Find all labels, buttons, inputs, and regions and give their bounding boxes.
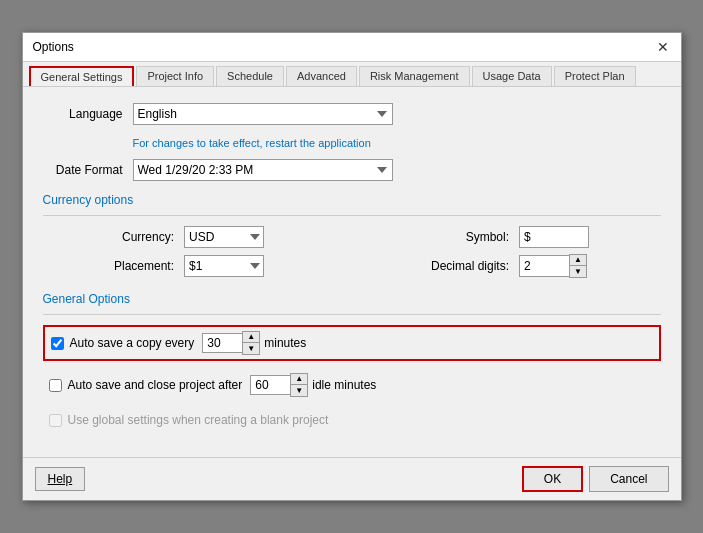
date-format-select[interactable]: Wed 1/29/20 2:33 PM bbox=[133, 159, 393, 181]
auto-save-spinner-buttons: ▲ ▼ bbox=[242, 331, 260, 355]
tab-protect-plan[interactable]: Protect Plan bbox=[554, 66, 636, 86]
auto-close-up-btn[interactable]: ▲ bbox=[291, 374, 307, 385]
general-options-title: General Options bbox=[43, 292, 661, 306]
auto-save-spinner: ▲ ▼ bbox=[194, 331, 260, 355]
placement-select[interactable]: $1 bbox=[184, 255, 264, 277]
language-label: Language bbox=[43, 107, 133, 121]
general-options-section: General Options Auto save a copy every ▲… bbox=[43, 292, 661, 431]
auto-close-label: Auto save and close project after bbox=[68, 378, 243, 392]
dialog-title: Options bbox=[33, 40, 74, 54]
auto-save-row: Auto save a copy every ▲ ▼ minutes bbox=[43, 325, 661, 361]
auto-save-down-btn[interactable]: ▼ bbox=[243, 343, 259, 354]
currency-label: Currency: bbox=[43, 230, 181, 244]
tab-advanced[interactable]: Advanced bbox=[286, 66, 357, 86]
auto-save-up-btn[interactable]: ▲ bbox=[243, 332, 259, 343]
language-control: English bbox=[133, 103, 661, 125]
auto-save-input[interactable] bbox=[202, 333, 242, 353]
symbol-label: Symbol: bbox=[340, 230, 516, 244]
tab-project-info[interactable]: Project Info bbox=[136, 66, 214, 86]
auto-close-input[interactable] bbox=[250, 375, 290, 395]
decimal-spinner: ▲ ▼ bbox=[519, 254, 660, 278]
language-select[interactable]: English bbox=[133, 103, 393, 125]
date-format-row: Date Format Wed 1/29/20 2:33 PM bbox=[43, 159, 661, 181]
currency-grid: Currency: USD Symbol: Placement: $1 Deci… bbox=[43, 226, 661, 278]
decimal-up-btn[interactable]: ▲ bbox=[570, 255, 586, 266]
auto-save-label: Auto save a copy every bbox=[70, 336, 195, 350]
cancel-button[interactable]: Cancel bbox=[589, 466, 668, 492]
decimal-input[interactable] bbox=[519, 255, 569, 277]
date-format-label: Date Format bbox=[43, 163, 133, 177]
decimal-spinner-buttons: ▲ ▼ bbox=[569, 254, 587, 278]
close-button[interactable]: ✕ bbox=[655, 39, 671, 55]
ok-button[interactable]: OK bbox=[522, 466, 583, 492]
language-row: Language English bbox=[43, 103, 661, 125]
auto-close-row: Auto save and close project after ▲ ▼ id… bbox=[43, 369, 661, 401]
footer-actions: OK Cancel bbox=[522, 466, 669, 492]
auto-close-spinner: ▲ ▼ bbox=[242, 373, 308, 397]
auto-save-unit: minutes bbox=[264, 336, 306, 350]
help-button[interactable]: Help bbox=[35, 467, 86, 491]
tab-usage-data[interactable]: Usage Data bbox=[472, 66, 552, 86]
title-bar: Options ✕ bbox=[23, 33, 681, 62]
currency-section-title: Currency options bbox=[43, 193, 661, 207]
global-settings-checkbox[interactable] bbox=[49, 414, 62, 427]
decimal-down-btn[interactable]: ▼ bbox=[570, 266, 586, 277]
auto-close-checkbox[interactable] bbox=[49, 379, 62, 392]
language-hint: For changes to take effect, restart the … bbox=[133, 137, 661, 149]
date-format-control: Wed 1/29/20 2:33 PM bbox=[133, 159, 661, 181]
tab-schedule[interactable]: Schedule bbox=[216, 66, 284, 86]
decimal-label: Decimal digits: bbox=[340, 259, 516, 273]
auto-save-checkbox[interactable] bbox=[51, 337, 64, 350]
currency-section: Currency options Currency: USD Symbol: P… bbox=[43, 193, 661, 278]
tab-risk-management[interactable]: Risk Management bbox=[359, 66, 470, 86]
currency-select[interactable]: USD bbox=[184, 226, 264, 248]
auto-close-spinner-buttons: ▲ ▼ bbox=[290, 373, 308, 397]
global-settings-row: Use global settings when creating a blan… bbox=[43, 409, 661, 431]
auto-close-down-btn[interactable]: ▼ bbox=[291, 385, 307, 396]
footer: Help OK Cancel bbox=[23, 457, 681, 500]
symbol-input[interactable] bbox=[519, 226, 589, 248]
options-dialog: Options ✕ General Settings Project Info … bbox=[22, 32, 682, 501]
tab-bar: General Settings Project Info Schedule A… bbox=[23, 62, 681, 87]
tab-general-settings[interactable]: General Settings bbox=[29, 66, 135, 86]
auto-close-unit: idle minutes bbox=[312, 378, 376, 392]
placement-label: Placement: bbox=[43, 259, 181, 273]
global-settings-label: Use global settings when creating a blan… bbox=[68, 413, 329, 427]
tab-content: Language English For changes to take eff… bbox=[23, 87, 681, 457]
